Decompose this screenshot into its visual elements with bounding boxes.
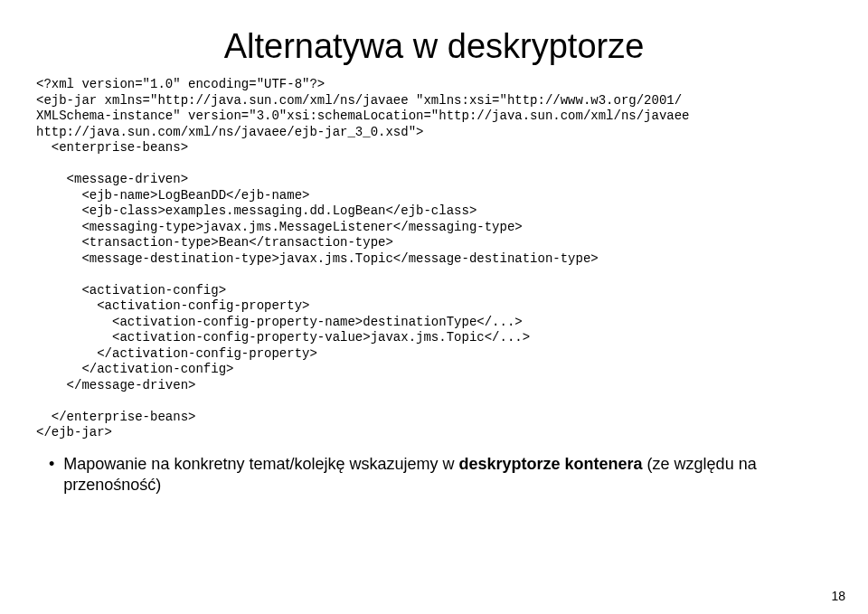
bullet-text-bold: deskryptorze kontenera (459, 455, 643, 473)
code-line: <transaction-type>Bean</transaction-type… (36, 235, 393, 250)
code-line: <message-destination-type>javax.jms.Topi… (36, 251, 599, 266)
code-line: <ejb-class>examples.messaging.dd.LogBean… (36, 203, 476, 218)
code-line: <activation-config-property-value>javax.… (36, 330, 530, 345)
bullet-dot-icon: • (49, 454, 54, 475)
code-line: <activation-config-property> (36, 298, 309, 313)
code-line: </activation-config> (36, 362, 233, 376)
code-line: </activation-config-property> (36, 346, 317, 361)
code-line: <ejb-jar xmlns="http://java.sun.com/xml/… (36, 93, 682, 108)
bullet-text-pre: Mapowanie na konkretny temat/kolejkę wsk… (63, 455, 458, 473)
code-line: <enterprise-beans> (36, 140, 188, 155)
xml-code-block: <?xml version="1.0" encoding="UTF-8"?> <… (36, 77, 832, 441)
bullet-text: Mapowanie na konkretny temat/kolejkę wsk… (63, 454, 832, 496)
code-line: http://java.sun.com/xml/ns/javaee/ejb-ja… (36, 125, 423, 139)
page-title: Alternatywa w deskryptorze (36, 27, 832, 66)
bullet-item: • Mapowanie na konkretny temat/kolejkę w… (36, 454, 832, 496)
code-line: <activation-config> (36, 283, 226, 298)
code-line: <ejb-name>LogBeanDD</ejb-name> (36, 188, 309, 203)
code-line: <?xml version="1.0" encoding="UTF-8"?> (36, 77, 325, 91)
code-line: XMLSchema-instance" version="3.0"xsi:sch… (36, 109, 690, 123)
code-line: </ejb-jar> (36, 425, 112, 439)
code-line: </enterprise-beans> (36, 410, 195, 424)
code-line: <messaging-type>javax.jms.MessageListene… (36, 220, 523, 234)
page-number: 18 (831, 589, 845, 603)
code-line: <activation-config-property-name>destina… (36, 315, 523, 329)
code-line: </message-driven> (36, 378, 195, 392)
code-line: <message-driven> (36, 172, 188, 186)
